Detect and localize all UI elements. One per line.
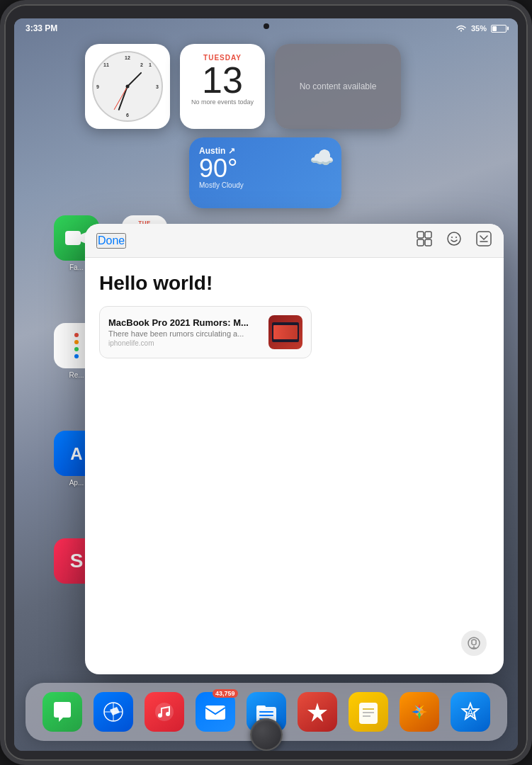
calendar-date: 13 [202,62,243,98]
svg-text:A: A [70,444,82,463]
dock-icon-mail[interactable]: 43,759 [196,692,235,732]
s-icon-letter: S [70,550,84,572]
appstore-icon: A [458,700,482,724]
status-icons: 35% [455,24,506,33]
mail-icon [203,700,227,724]
svg-point-7 [448,232,460,245]
clock-face: 12 3 6 9 1 11 2 [92,51,163,122]
ipad-frame: 3:33 PM 35% 12 3 [0,0,532,765]
note-toolbar-icons [416,230,492,251]
weather-cloud-icon: ☁️ [310,146,334,169]
note-content: Hello world! MacBook Pro 2021 Rumors: M.… [85,258,504,674]
messages-icon [50,700,74,724]
dock-icon-photos[interactable] [400,692,439,732]
photos-icon [407,700,431,724]
dock-icon-appstore[interactable]: A [451,692,490,732]
svg-rect-0 [65,231,81,245]
widget-clock[interactable]: 12 3 6 9 1 11 2 [85,44,170,129]
mail-badge: 43,759 [213,689,238,698]
status-time: 3:33 PM [26,23,57,33]
widgets-area: 12 3 6 9 1 11 2 TUESDAY 13 No more event… [85,44,401,129]
svg-point-18 [155,703,174,721]
notes-icon [356,700,380,724]
svg-rect-5 [417,239,424,246]
svg-point-9 [455,237,457,238]
svg-rect-4 [425,232,431,238]
music-icon [152,700,176,724]
svg-text:A: A [467,707,474,718]
widget-calendar[interactable]: TUESDAY 13 No more events today [180,44,265,129]
note-link-title: MacBook Pro 2021 Rumors: M... [108,317,261,328]
svg-point-8 [451,237,453,238]
note-done-button[interactable]: Done [96,233,126,249]
svg-point-20 [166,712,170,716]
wifi-icon [455,24,467,33]
status-bar: 3:33 PM 35% [14,18,518,38]
ipad-screen: 3:33 PM 35% 12 3 [14,18,518,751]
clock-hour-hand [127,72,142,86]
weather-condition: Mostly Cloudy [199,181,332,189]
dictation-icon[interactable] [461,630,487,656]
calendar-no-events: No more events today [191,98,254,107]
widget-weather[interactable]: Austin ↗ 90° Mostly Cloudy ☁️ [189,137,341,208]
dock-icon-messages[interactable] [43,692,82,732]
compose-icon[interactable] [475,230,492,251]
note-link-url: iphonelife.com [108,339,261,347]
clock-center [126,85,130,89]
battery-fill [492,26,497,31]
note-link-card[interactable]: MacBook Pro 2021 Rumors: M... There have… [99,306,312,358]
svg-rect-28 [359,703,378,724]
note-link-thumbnail [268,315,302,349]
svg-point-19 [158,713,162,718]
widget-gray-text: No content available [300,81,377,91]
widget-gray[interactable]: No content available [275,44,401,129]
svg-rect-23 [256,706,266,710]
note-popup: Done [85,224,504,674]
svg-rect-3 [417,232,424,238]
dock-icon-safari[interactable] [94,692,133,732]
grid-icon[interactable] [416,230,433,251]
svg-marker-17 [110,707,120,715]
safari-icon [101,700,125,724]
note-link-info: MacBook Pro 2021 Rumors: M... There have… [108,317,261,347]
dock-icon-notes[interactable] [349,692,388,732]
svg-rect-24 [259,711,273,713]
dock-icon-music[interactable] [145,692,184,732]
svg-rect-6 [425,239,431,246]
battery-percent: 35% [471,24,487,33]
note-toolbar: Done [85,224,504,258]
home-button[interactable] [250,718,283,751]
svg-marker-27 [307,703,327,722]
spark-icon [305,700,329,724]
note-title: Hello world! [99,272,489,295]
emoji-icon[interactable] [446,230,463,251]
dock-icon-spark[interactable] [298,692,337,732]
battery-icon [491,25,506,33]
svg-rect-25 [259,715,273,716]
svg-rect-21 [205,706,225,720]
note-link-description: There have been rumors circulating a... [108,329,261,338]
